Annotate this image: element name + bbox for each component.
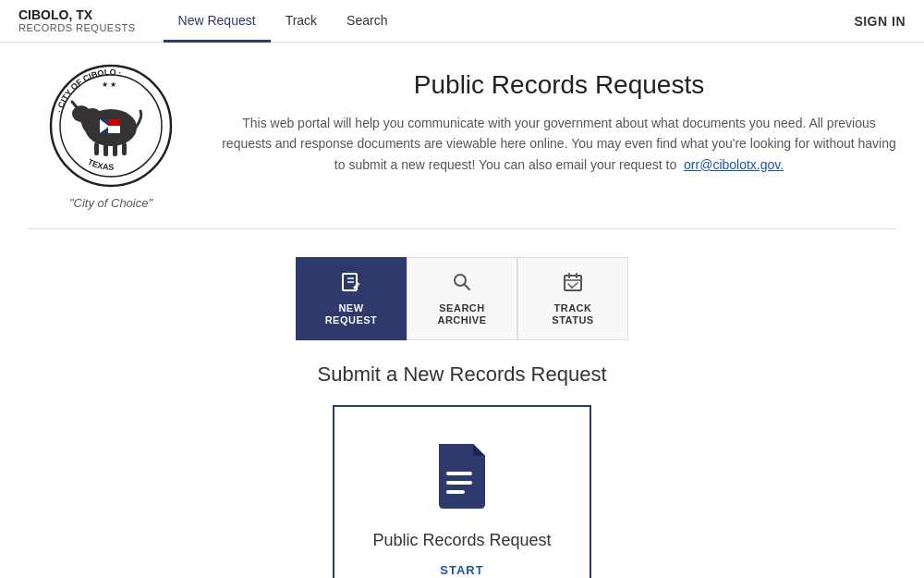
search-archive-button[interactable]: SEARCHARCHIVE — [407, 257, 517, 340]
logo-area: · CITY OF CIBOLO · TEXAS ★ ★ — [28, 61, 194, 210]
city-seal: · CITY OF CIBOLO · TEXAS ★ ★ — [46, 61, 176, 191]
svg-rect-25 — [565, 276, 581, 290]
brand-city: CIBOLO, TX — [18, 7, 136, 23]
document-icon — [434, 444, 490, 512]
top-navigation: CIBOLO, TX RECORDS REQUESTS New Request … — [0, 0, 924, 43]
svg-point-8 — [72, 105, 91, 122]
new-request-icon — [340, 271, 362, 297]
hero-section: · CITY OF CIBOLO · TEXAS ★ ★ — [28, 61, 896, 229]
nav-new-request[interactable]: New Request — [164, 0, 271, 43]
request-card[interactable]: Public Records Request START — [333, 405, 591, 578]
svg-line-24 — [465, 284, 470, 289]
svg-rect-12 — [113, 143, 117, 156]
svg-rect-17 — [108, 126, 120, 133]
svg-rect-32 — [446, 481, 472, 485]
hero-description: This web portal will help you communicat… — [222, 113, 896, 175]
sign-in-button[interactable]: SIGN IN — [854, 14, 906, 29]
submit-section: Submit a New Records Request Public Reco… — [28, 363, 896, 578]
new-request-label: NEWREQUEST — [325, 302, 378, 326]
svg-rect-33 — [446, 490, 465, 494]
svg-rect-10 — [94, 142, 99, 155]
svg-line-30 — [572, 283, 578, 288]
action-buttons: NEWREQUEST SEARCHARCHIVE — [28, 257, 896, 340]
svg-rect-16 — [108, 119, 120, 126]
svg-rect-11 — [103, 143, 108, 156]
search-archive-label: SEARCHARCHIVE — [437, 302, 486, 326]
hero-text: Public Records Requests This web portal … — [222, 61, 896, 175]
nav-links: New Request Track Search — [164, 0, 403, 42]
brand-sub: RECORDS REQUESTS — [18, 22, 136, 34]
search-archive-icon — [451, 271, 473, 297]
request-card-start[interactable]: START — [440, 563, 483, 577]
brand: CIBOLO, TX RECORDS REQUESTS — [18, 7, 136, 35]
svg-text:★ ★: ★ ★ — [102, 80, 116, 89]
svg-text:★: ★ — [101, 122, 108, 131]
new-request-button[interactable]: NEWREQUEST — [296, 257, 407, 340]
svg-rect-13 — [122, 142, 127, 155]
svg-line-29 — [568, 284, 572, 288]
request-card-title: Public Records Request — [372, 531, 551, 550]
submit-title: Submit a New Records Request — [317, 363, 606, 387]
main-content: · CITY OF CIBOLO · TEXAS ★ ★ — [0, 43, 924, 578]
city-tagline: "City of Choice" — [69, 196, 152, 210]
track-status-button[interactable]: TRACKSTATUS — [517, 257, 628, 340]
hero-title: Public Records Requests — [222, 70, 896, 100]
svg-rect-31 — [446, 472, 472, 475]
nav-search[interactable]: Search — [332, 0, 402, 43]
track-status-icon — [562, 271, 584, 297]
email-link[interactable]: orr@cibolotx.gov. — [684, 157, 784, 172]
nav-track[interactable]: Track — [271, 0, 332, 43]
track-status-label: TRACKSTATUS — [552, 302, 593, 326]
